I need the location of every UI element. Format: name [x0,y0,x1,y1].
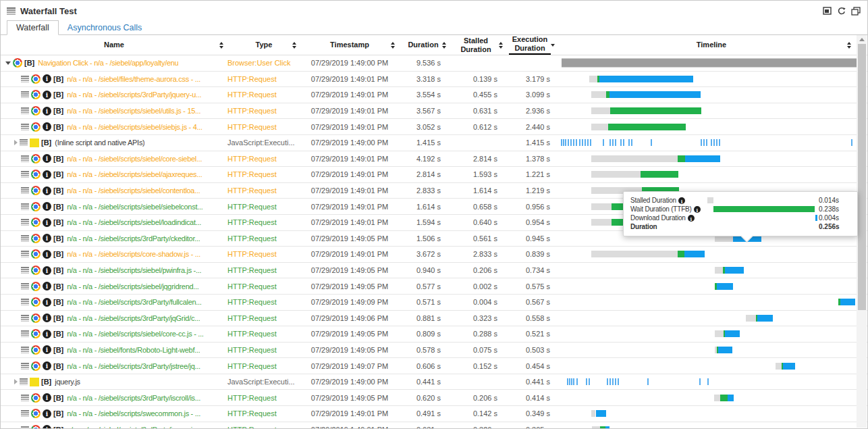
tooltip-label: Download Duration [630,214,707,222]
column-header-timestamp[interactable]: Timestamp [300,35,399,55]
table-row[interactable]: [B] jquery.js JavaScript:Executi... 07/2… [1,374,867,390]
timeline-cell[interactable] [555,151,867,167]
row-name-cell: [B] jquery.js [1,378,227,386]
row-name[interactable]: n/a - n/a - /siebel/scripts/3rdParty/isc… [67,394,200,402]
windows-icon[interactable] [851,7,861,16]
sort-icon[interactable] [219,42,223,49]
table-row[interactable]: [B] n/a - n/a - /siebel/scripts/3rdParty… [1,87,867,103]
row-name[interactable]: n/a - n/a - /siebel/scripts/3rdParty/jqu… [67,91,201,99]
row-stalled-duration: 0.139 s [447,75,504,83]
table-row[interactable]: [B] n/a - n/a - /siebel/scripts/siebel/c… [1,151,867,168]
sort-icon[interactable] [499,42,503,49]
timeline-cell[interactable] [555,263,867,278]
column-header-stalled-duration[interactable]: Stalled Duration [447,35,504,55]
row-name[interactable]: n/a - n/a - /siebel/files/theme-aurora.c… [67,75,200,83]
table-row[interactable]: [B] n/a - n/a - /siebel/scripts/siebel/c… [1,326,867,343]
column-header-execution-duration[interactable]: Execution Duration [504,35,555,55]
row-duration: 3.318 s [399,75,447,83]
table-row[interactable]: [B] Navigation Click - n/a - /siebel/app… [1,55,867,72]
row-name[interactable]: n/a - n/a - /siebel/scripts/swecommon.js… [67,409,200,418]
row-name[interactable]: Navigation Click - n/a - /siebel/app/loy… [38,59,178,67]
chrome-browser-icon [31,329,40,338]
timeline-cell[interactable] [555,343,867,358]
row-name[interactable]: n/a - n/a - /siebel/scripts/siebel/core-… [67,330,203,338]
row-stalled-duration: 0.004 s [447,298,504,306]
column-header-duration[interactable]: Duration [399,35,447,55]
collapse-icon[interactable] [5,61,11,65]
timeline-cell[interactable] [555,103,867,119]
row-name[interactable]: n/a - n/a - /siebel/scripts/siebel/siebj… [67,123,202,131]
table-row[interactable]: [B] n/a - n/a - /siebel/fonts/Roboto-Lig… [1,343,867,359]
timeline-cell[interactable] [555,135,867,151]
sort-icon[interactable] [847,42,851,49]
timeline-cell[interactable] [555,406,867,422]
screenshot-icon[interactable] [823,7,832,16]
table-row[interactable]: [B] n/a - n/a - /siebel/scripts/core-sha… [1,247,867,263]
scrollbar-thumb[interactable] [858,44,866,310]
row-execution-duration: 0.349 s [504,409,555,418]
timeline-cell[interactable] [555,390,867,405]
vertical-scrollbar[interactable] [857,35,867,428]
table-row[interactable]: [B] n/a - n/a - /siebel/scripts/siebel/u… [1,103,867,120]
row-name[interactable]: n/a - n/a - /siebel/scripts/3rdParty/jst… [67,362,200,370]
expand-icon[interactable] [14,379,18,384]
timeline-cell[interactable] [555,55,867,71]
table-row[interactable]: [B] n/a - n/a - /siebel/scripts/3rdParty… [1,422,867,429]
scroll-up-arrow-icon[interactable] [859,38,865,41]
sort-desc-icon[interactable] [551,44,555,47]
timeline-cell[interactable] [555,358,867,374]
row-name[interactable]: n/a - n/a - /siebel/scripts/siebel/conte… [67,186,200,195]
row-name[interactable]: n/a - n/a - /siebel/scripts/siebel/core-… [67,155,202,163]
row-name[interactable]: n/a - n/a - /siebel/scripts/siebel/ajaxr… [67,170,202,178]
column-header-timeline[interactable]: Timeline [555,35,867,55]
timeline-cell[interactable] [555,326,867,342]
row-name[interactable]: n/a - n/a - /siebel/scripts/siebel/jqgri… [67,282,198,291]
table-row[interactable]: [B] n/a - n/a - /siebel/scripts/3rdParty… [1,311,867,327]
table-row[interactable]: [B] n/a - n/a - /siebel/scripts/swecommo… [1,406,867,422]
row-execution-duration: 1.415 s [504,138,555,147]
refresh-icon[interactable] [837,7,846,16]
row-name[interactable]: n/a - n/a - /siebel/scripts/siebel/siebe… [67,203,202,211]
sort-icon[interactable] [442,42,446,49]
table-row[interactable]: [B] (Inline script and native APIs) Java… [1,135,867,151]
timeline-tick [615,378,616,385]
sort-icon[interactable] [391,42,395,49]
timeline-cell[interactable] [555,119,867,134]
timeline-cell[interactable] [555,422,867,429]
column-header-name[interactable]: Name [1,35,227,55]
row-name[interactable]: (Inline script and native APIs) [55,138,144,147]
timeline-cell[interactable] [555,295,867,310]
table-row[interactable]: [B] n/a - n/a - /siebel/files/theme-auro… [1,72,867,88]
tab-waterfall[interactable]: Waterfall [7,20,59,35]
column-header-type[interactable]: Type [227,35,300,55]
table-row[interactable]: [B] n/a - n/a - /siebel/scripts/3rdParty… [1,390,867,406]
row-name[interactable]: n/a - n/a - /siebel/scripts/3rdParty/jqu… [67,426,196,429]
table-row[interactable]: [B] n/a - n/a - /siebel/scripts/3rdParty… [1,295,867,311]
row-timestamp: 07/29/2019 1:49:06 PM [300,314,399,322]
table-row[interactable]: [B] n/a - n/a - /siebel/scripts/siebel/j… [1,278,867,295]
timeline-cell[interactable] [555,278,867,294]
row-name[interactable]: n/a - n/a - /siebel/scripts/siebel/loadi… [67,218,201,226]
tab-asynchronous-calls[interactable]: Asynchronous Calls [59,21,151,34]
sort-icon[interactable] [292,42,296,49]
timeline-cell[interactable] [555,374,867,390]
timeline-cell[interactable] [555,87,867,103]
table-row[interactable]: [B] n/a - n/a - /siebel/scripts/siebel/s… [1,119,867,135]
row-name[interactable]: n/a - n/a - /siebel/scripts/siebel/utils… [67,107,200,115]
row-name[interactable]: n/a - n/a - /siebel/fonts/Roboto-Light-w… [67,346,200,354]
table-row[interactable]: [B] n/a - n/a - /siebel/scripts/siebel/p… [1,263,867,279]
timeline-cell[interactable] [555,247,867,262]
row-name[interactable]: n/a - n/a - /siebel/scripts/core-shadow.… [67,250,200,258]
timeline-cell[interactable] [555,167,867,182]
row-name[interactable]: n/a - n/a - /siebel/scripts/3rdParty/cke… [67,234,200,243]
expand-icon[interactable] [14,140,18,145]
timeline-cell[interactable] [555,72,867,87]
table-row[interactable]: [B] n/a - n/a - /siebel/scripts/siebel/a… [1,167,867,183]
request-stack-icon [21,283,29,290]
row-name[interactable]: n/a - n/a - /siebel/scripts/3rdParty/ful… [67,298,201,306]
row-name[interactable]: n/a - n/a - /siebel/scripts/3rdParty/jqG… [67,314,200,322]
row-name[interactable]: n/a - n/a - /siebel/scripts/siebel/pwinf… [67,266,201,274]
row-name[interactable]: jquery.js [55,378,80,386]
timeline-cell[interactable] [555,311,867,326]
table-row[interactable]: [B] n/a - n/a - /siebel/scripts/3rdParty… [1,358,867,374]
